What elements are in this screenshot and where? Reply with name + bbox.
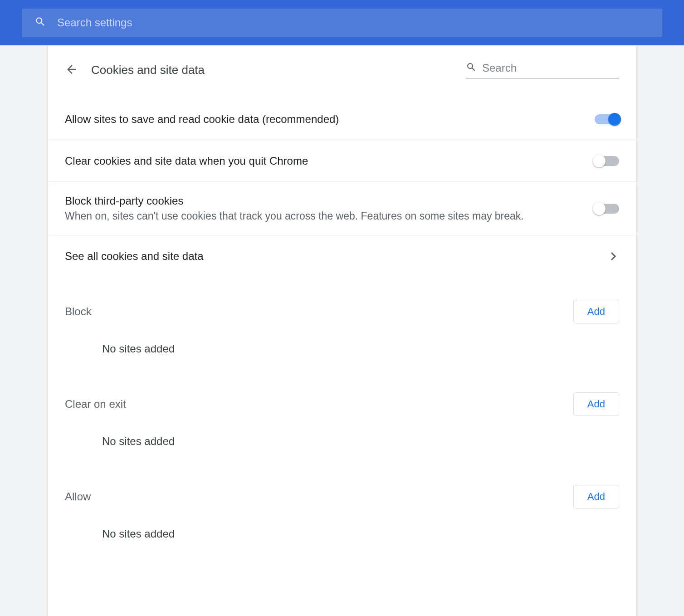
chevron-right-icon xyxy=(608,252,619,260)
section-block-header: Block Add xyxy=(48,295,636,328)
row-allow-cookies: Allow sites to save and read cookie data… xyxy=(48,98,636,140)
row-clear-on-quit: Clear cookies and site data when you qui… xyxy=(48,140,636,182)
arrow-left-icon xyxy=(65,63,78,78)
section-block-title: Block xyxy=(65,305,92,318)
search-icon xyxy=(466,62,477,74)
section-clear-on-exit-title: Clear on exit xyxy=(65,398,126,411)
add-clear-on-exit-button[interactable]: Add xyxy=(573,392,619,416)
section-clear-on-exit-header: Clear on exit Add xyxy=(48,388,636,420)
row-block-third-party-title: Block third-party cookies xyxy=(65,195,524,207)
global-search-input[interactable] xyxy=(57,16,650,29)
toggle-knob xyxy=(593,155,606,167)
add-allow-button[interactable]: Add xyxy=(573,485,619,508)
row-block-third-party: Block third-party cookies When on, sites… xyxy=(48,182,636,235)
page-search-input[interactable] xyxy=(482,62,619,74)
toggle-block-third-party[interactable] xyxy=(595,204,619,214)
page-title: Cookies and site data xyxy=(91,63,453,77)
clear-on-exit-empty-message: No sites added xyxy=(48,420,636,462)
row-see-all-cookies[interactable]: See all cookies and site data xyxy=(48,235,636,277)
row-block-third-party-subtitle: When on, sites can't use cookies that tr… xyxy=(65,210,524,222)
add-block-button[interactable]: Add xyxy=(573,300,619,323)
section-allow-header: Allow Add xyxy=(48,480,636,513)
topbar xyxy=(0,0,684,45)
row-allow-cookies-title: Allow sites to save and read cookie data… xyxy=(65,113,339,126)
settings-card: Cookies and site data Allow sites to sav… xyxy=(47,45,637,616)
page-header: Cookies and site data xyxy=(48,45,636,98)
page-search[interactable] xyxy=(466,62,619,78)
toggle-knob xyxy=(593,202,606,215)
row-see-all-cookies-title: See all cookies and site data xyxy=(65,250,204,263)
toggle-clear-on-quit[interactable] xyxy=(595,156,619,166)
row-clear-on-quit-title: Clear cookies and site data when you qui… xyxy=(65,155,308,167)
allow-empty-message: No sites added xyxy=(48,513,636,555)
search-icon xyxy=(34,16,46,29)
global-search[interactable] xyxy=(22,9,662,37)
toggle-knob xyxy=(608,113,621,126)
back-button[interactable] xyxy=(65,64,78,77)
block-empty-message: No sites added xyxy=(48,328,636,370)
toggle-allow-cookies[interactable] xyxy=(595,114,619,124)
section-allow-title: Allow xyxy=(65,490,91,503)
